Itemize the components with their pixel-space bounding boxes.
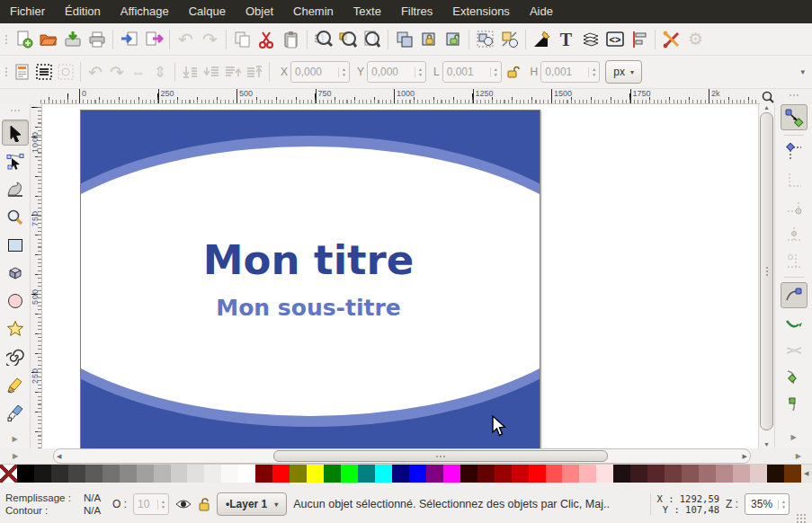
- fill-stroke-button[interactable]: [530, 27, 554, 51]
- swatch-ffe0e0[interactable]: [596, 465, 613, 483]
- zoom-field[interactable]: 35%▲▼: [745, 493, 790, 515]
- copy-button[interactable]: [230, 27, 254, 51]
- export-button[interactable]: [141, 27, 165, 51]
- swatch-e0e0e0[interactable]: [187, 465, 204, 483]
- create-clone-button[interactable]: [416, 27, 441, 51]
- tool-3dbox[interactable]: [3, 261, 28, 285]
- tool-calligraphy[interactable]: [3, 400, 28, 424]
- swatch-008000[interactable]: [324, 465, 341, 483]
- toolbox-grip[interactable]: [7, 107, 23, 114]
- tool-star[interactable]: [3, 316, 28, 341]
- toolbar-grip[interactable]: [3, 31, 10, 48]
- snap-paths-button[interactable]: [781, 311, 807, 335]
- select-all-button[interactable]: [12, 61, 33, 83]
- snapbar-overflow-icon[interactable]: ▶: [796, 452, 801, 460]
- swatch-ffffff[interactable]: [238, 465, 255, 483]
- import-button[interactable]: [117, 27, 141, 51]
- swatch-cfa9a9[interactable]: [733, 465, 750, 483]
- swatch-ff00ff[interactable]: [443, 465, 460, 483]
- snap-bbox-button[interactable]: [781, 140, 807, 164]
- tool-tweak[interactable]: [3, 177, 28, 201]
- scroll-down-icon[interactable]: ▼: [763, 441, 770, 448]
- swatch-0000ff[interactable]: [409, 465, 426, 483]
- snapbar-expander-icon[interactable]: ▶: [790, 433, 796, 441]
- ungroup-button[interactable]: [497, 27, 522, 51]
- swatch-9f6f6f[interactable]: [699, 465, 716, 483]
- swatch-161616[interactable]: [34, 465, 51, 483]
- swatch-800000[interactable]: [255, 465, 272, 483]
- toolbox-overflow-icon[interactable]: ▶: [13, 452, 18, 460]
- swatch-ff0000[interactable]: [272, 465, 290, 483]
- select-all-layers-button[interactable]: [33, 61, 55, 83]
- snap-nodes-button[interactable]: [781, 282, 808, 308]
- vertical-scrollbar[interactable]: ▲ ▼: [758, 104, 774, 448]
- snapbar-grip[interactable]: [775, 92, 812, 99]
- swatch-57262a[interactable]: [647, 465, 665, 483]
- scroll-left-icon[interactable]: ◀: [57, 453, 61, 459]
- tool-selector[interactable]: [2, 120, 29, 146]
- swatch-ff5050[interactable]: [546, 465, 563, 483]
- menu-calque[interactable]: Calque: [179, 0, 236, 23]
- text-dialog-button[interactable]: T: [554, 27, 578, 51]
- swatch-ffff00[interactable]: [307, 465, 324, 483]
- swatch-cecece[interactable]: [171, 465, 188, 483]
- zoom-page-button[interactable]: [360, 27, 384, 51]
- menu-filtres[interactable]: Filtres: [391, 0, 442, 23]
- menu-objet[interactable]: Objet: [236, 0, 283, 23]
- tool-spiral[interactable]: [3, 344, 28, 368]
- horizontal-scrollbar-thumb[interactable]: [273, 450, 608, 462]
- new-document-button[interactable]: [12, 27, 36, 51]
- align-distribute-button[interactable]: [627, 27, 651, 51]
- snap-cusp-nodes-button[interactable]: [781, 392, 807, 416]
- units-dropdown[interactable]: px▾: [605, 60, 642, 84]
- lock-ratio-icon[interactable]: [502, 61, 523, 83]
- swatch-2d2d2d[interactable]: [51, 465, 68, 483]
- print-button[interactable]: [85, 27, 109, 51]
- menu-chemin[interactable]: Chemin: [283, 0, 344, 23]
- swatch-ff0000[interactable]: [529, 465, 546, 483]
- toolbox-expander-icon[interactable]: ▶: [12, 435, 17, 443]
- swatch-800080[interactable]: [426, 465, 443, 483]
- swatch-cc0000[interactable]: [512, 465, 529, 483]
- toolbar-overflow-icon[interactable]: ▾: [800, 67, 805, 76]
- xml-editor-button[interactable]: <>: [602, 27, 627, 51]
- swatch-660000[interactable]: [477, 465, 495, 483]
- horizontal-ruler[interactable]: 025050075010001250150017502k: [40, 89, 760, 104]
- swatch-727272[interactable]: [103, 465, 120, 483]
- paste-button[interactable]: [279, 27, 303, 51]
- swatch-1d0f12[interactable]: [613, 465, 630, 483]
- tool-zoom[interactable]: [3, 205, 28, 229]
- swatch-5b5b5b[interactable]: [85, 465, 103, 483]
- swatch-f8f8f8[interactable]: [221, 465, 238, 483]
- zoom-corner-icon[interactable]: [760, 89, 775, 104]
- unlink-clone-button[interactable]: [441, 27, 465, 51]
- toolbar-grip[interactable]: [3, 64, 10, 80]
- swatch-3a1a1a[interactable]: [630, 465, 647, 483]
- tool-ellipse[interactable]: [3, 288, 28, 313]
- menu-extensions[interactable]: Extensions: [442, 0, 520, 23]
- tool-node-editor[interactable]: [3, 149, 28, 173]
- swatch-ededed[interactable]: [204, 465, 221, 483]
- swatch-e3cbca[interactable]: [750, 465, 767, 483]
- swatch-00ffff[interactable]: [375, 465, 392, 483]
- scroll-right-icon[interactable]: ▶: [743, 453, 747, 459]
- swatch-6f3d3d[interactable]: [665, 465, 682, 483]
- swatch-a0a0a0[interactable]: [137, 465, 154, 483]
- canvas[interactable]: Mon titre Mon sous-titre: [42, 104, 758, 448]
- swatch-875555[interactable]: [682, 465, 699, 483]
- tool-rectangle[interactable]: [3, 233, 28, 257]
- vertical-scrollbar-thumb[interactable]: [760, 112, 773, 430]
- swatch-200f00[interactable]: [767, 465, 784, 483]
- swatch-none[interactable]: [0, 465, 17, 483]
- swatch-000000[interactable]: [17, 465, 34, 483]
- menu-affichage[interactable]: Affichage: [111, 0, 179, 23]
- swatch-b78b8b[interactable]: [716, 465, 733, 483]
- open-document-button[interactable]: [36, 27, 60, 51]
- duplicate-button[interactable]: [392, 27, 416, 51]
- cut-button[interactable]: [254, 27, 279, 51]
- swatch-ff8585[interactable]: [562, 465, 579, 483]
- zoom-selection-button[interactable]: [311, 27, 335, 51]
- scroll-up-icon[interactable]: ▲: [763, 104, 770, 111]
- swatch-008080[interactable]: [358, 465, 375, 483]
- swatch-330000[interactable]: [460, 465, 477, 483]
